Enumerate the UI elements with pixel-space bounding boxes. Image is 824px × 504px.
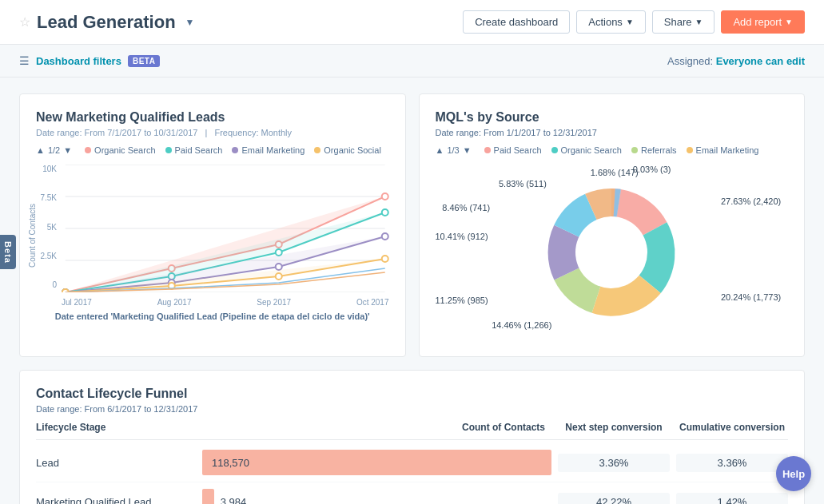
assigned-value[interactable]: Everyone can edit	[716, 55, 805, 67]
mql-cumulative: 1.42%	[676, 493, 788, 505]
legend-dot-organic-search	[85, 147, 91, 153]
col-cumulative: Cumulative conversion	[676, 422, 788, 433]
mql-count: 3,984	[221, 496, 247, 505]
donut-chart	[523, 165, 699, 340]
funnel-row-mql: Marketing Qualified Lead 3,984 42.22% 1.…	[36, 482, 788, 504]
donut-label-4: 11.25% (985)	[436, 296, 488, 305]
legend-dot-paid-search	[165, 147, 172, 153]
prev-icon: ▲	[36, 145, 45, 155]
y-tick-25k: 2.5K	[36, 252, 57, 260]
top-grid-row: New Marketing Qualified Leads Date range…	[19, 93, 805, 357]
lead-cumulative: 3.36%	[676, 454, 788, 472]
svg-point-16	[382, 233, 388, 240]
x-label-jul: Jul 2017	[62, 298, 92, 307]
x-label-sep: Sep 2017	[257, 298, 291, 307]
donut-label-2: 20.24% (1,773)	[721, 292, 781, 302]
share-button[interactable]: Share ▼	[652, 10, 715, 34]
legend-paid-search: Paid Search	[165, 145, 223, 155]
mqls-nav[interactable]: ▲ 1/3 ▼	[436, 145, 472, 155]
svg-point-15	[276, 264, 282, 270]
dashboard-filters-label[interactable]: Dashboard filters	[36, 55, 121, 67]
y-axis-label: Count of Contacts	[28, 204, 37, 268]
mql-next-step: 42.22%	[558, 493, 670, 505]
col-lifecycle-stage: Lifecycle Stage	[36, 422, 196, 433]
star-icon[interactable]: ☆	[19, 14, 30, 30]
svg-point-21	[575, 216, 647, 288]
lead-stage-label: Lead	[36, 457, 196, 469]
help-button[interactable]: Help	[776, 456, 811, 491]
mqls-date: Date range: From 1/1/2017 to 12/31/2017	[436, 128, 789, 137]
donut-label-5: 10.41% (912)	[436, 232, 488, 241]
actions-button[interactable]: Actions ▼	[576, 10, 646, 34]
mqls-legend-paid-search: Paid Search	[484, 145, 542, 155]
svg-point-12	[382, 209, 388, 216]
beta-badge: BETA	[128, 55, 160, 67]
header-right: Create dashboard Actions ▼ Share ▼ Add r…	[463, 10, 805, 34]
new-mql-nav[interactable]: ▲ 1/2 ▼	[36, 145, 72, 155]
legend-dot-organic-social	[314, 147, 320, 153]
next-icon: ▼	[63, 145, 72, 155]
legend-email-marketing: Email Marketing	[232, 145, 305, 155]
filters-left: ☰ Dashboard filters BETA	[19, 54, 160, 67]
new-mql-legend: ▲ 1/2 ▼ Organic Search Paid Search Email…	[36, 145, 389, 155]
header: ☆ Lead Generation ▼ Create dashboard Act…	[0, 0, 824, 45]
donut-chart-container: 27.63% (2,420) 20.24% (1,773) 14.46% (1,…	[436, 165, 789, 340]
assigned-label: Assigned:	[667, 55, 713, 67]
y-tick-5k: 5K	[36, 223, 57, 232]
x-label-aug: Aug 2017	[157, 298, 192, 307]
line-chart	[62, 165, 389, 292]
y-tick-0: 0	[36, 280, 57, 289]
svg-point-20	[382, 256, 388, 262]
new-mql-card: New Marketing Qualified Leads Date range…	[19, 93, 406, 357]
funnel-date: Date range: From 6/1/2017 to 12/31/2017	[36, 404, 788, 414]
prev-icon: ▲	[436, 145, 444, 155]
funnel-card: Contact Lifecycle Funnel Date range: Fro…	[19, 370, 805, 504]
lead-next-step: 3.36%	[558, 454, 670, 472]
donut-label-6: 8.46% (741)	[442, 203, 490, 212]
mqls-title: MQL's by Source	[436, 110, 789, 125]
x-label-oct: Oct 2017	[356, 298, 389, 307]
page-title: Lead Generation	[37, 12, 176, 33]
assigned-section: Assigned: Everyone can edit	[667, 55, 805, 67]
main-content: New Marketing Qualified Leads Date range…	[0, 77, 824, 504]
mqls-legend-referrals: Referrals	[631, 145, 677, 155]
share-dropdown-icon: ▼	[695, 18, 703, 26]
add-report-button[interactable]: Add report ▼	[721, 10, 805, 34]
actions-dropdown-icon: ▼	[626, 18, 634, 26]
funnel-title: Contact Lifecycle Funnel	[36, 387, 788, 401]
mqls-legend: ▲ 1/3 ▼ Paid Search Organic Search Refer…	[436, 145, 789, 155]
lead-count: 118,570	[212, 457, 249, 469]
new-mql-date: Date range: From 7/1/2017 to 10/31/2017 …	[36, 128, 389, 137]
new-mql-title: New Marketing Qualified Leads	[36, 110, 389, 125]
mqls-legend-email-marketing: Email Marketing	[687, 145, 759, 155]
y-tick-10k: 10K	[36, 165, 57, 173]
title-dropdown-icon[interactable]: ▼	[185, 17, 195, 28]
add-report-dropdown-icon: ▼	[785, 18, 793, 26]
col-count-contacts: Count of Contacts	[202, 422, 551, 433]
beta-button[interactable]: Beta	[0, 235, 16, 270]
legend-organic-search: Organic Search	[85, 145, 155, 155]
svg-point-8	[382, 193, 388, 200]
next-icon: ▼	[463, 145, 472, 155]
legend-dot-email-marketing	[232, 147, 238, 153]
chart-caption: Date entered 'Marketing Qualified Lead (…	[36, 312, 389, 321]
filter-icon: ☰	[19, 54, 30, 67]
legend-organic-social: Organic Social	[314, 145, 381, 155]
y-tick-75k: 7.5K	[36, 193, 57, 202]
header-left: ☆ Lead Generation ▼	[19, 12, 194, 33]
funnel-row-lead: Lead 118,570 3.36% 3.36%	[36, 443, 788, 482]
mqls-by-source-card: MQL's by Source Date range: From 1/1/201…	[419, 93, 806, 357]
donut-label-1: 27.63% (2,420)	[721, 196, 781, 206]
mql-bar-container: 3,984	[202, 489, 551, 504]
mql-stage-label: Marketing Qualified Lead	[36, 496, 196, 505]
mqls-legend-organic-search: Organic Search	[551, 145, 622, 155]
col-next-step: Next step conversion	[558, 422, 670, 433]
svg-point-19	[276, 273, 282, 280]
lead-bar-container: 118,570	[202, 450, 551, 475]
create-dashboard-button[interactable]: Create dashboard	[463, 10, 570, 34]
filters-bar: ☰ Dashboard filters BETA Assigned: Every…	[0, 45, 824, 77]
